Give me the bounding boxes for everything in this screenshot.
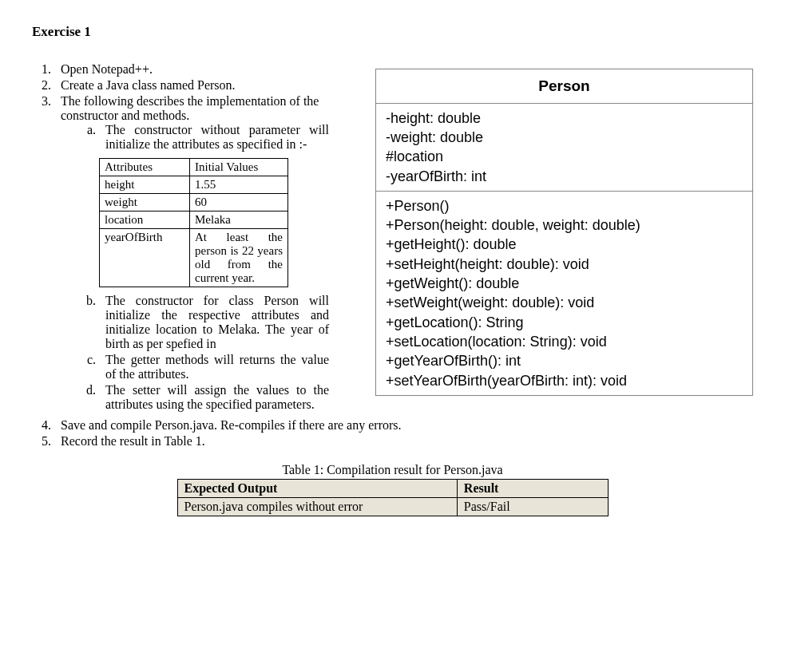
result-table-expected-cell: Person.java compiles without error	[177, 498, 457, 516]
table1-caption: Table 1: Compilation result for Person.j…	[177, 463, 609, 477]
result-table-header-expected: Expected Output	[177, 480, 457, 498]
step-4: Save and compile Person.java. Re-compile…	[54, 418, 753, 433]
uml-attribute: -weight: double	[386, 128, 743, 147]
step-1: Open Notepad++.	[54, 62, 359, 77]
step-2: Create a Java class named Person.	[54, 78, 359, 93]
attr-table-header-attributes: Attributes	[100, 159, 190, 176]
attributes-table: Attributes Initial Values height 1.55 we…	[99, 158, 288, 287]
step-3a: The constructor without parameter will i…	[99, 123, 329, 152]
uml-class-diagram: Person -height: double -weight: double #…	[375, 69, 753, 396]
step-3b: The constructor for class Person will in…	[99, 294, 329, 351]
uml-method: +getLocation(): String	[386, 313, 743, 332]
uml-method: +Person()	[386, 196, 743, 215]
substeps-list-cont: The constructor for class Person will in…	[61, 294, 359, 412]
uml-class-name: Person	[376, 69, 752, 104]
result-table: Expected Output Result Person.java compi…	[177, 479, 609, 516]
step-3d: The setter will assign the values to the…	[99, 383, 329, 412]
main-steps-list-cont: Save and compile Person.java. Re-compile…	[32, 418, 753, 449]
uml-method: +getWeight(): double	[386, 274, 743, 293]
table-row: Person.java compiles without error Pass/…	[177, 498, 608, 516]
table-row: location Melaka	[100, 211, 288, 229]
step-5: Record the result in Table 1.	[54, 434, 753, 449]
uml-attribute: #location	[386, 147, 743, 166]
uml-method: +setWeight(weight: double): void	[386, 293, 743, 312]
uml-method: +Person(height: double, weight: double)	[386, 215, 743, 235]
uml-methods-section: +Person() +Person(height: double, weight…	[376, 192, 752, 395]
main-steps-list: Open Notepad++. Create a Java class name…	[32, 62, 359, 412]
uml-attribute: -height: double	[386, 109, 743, 128]
table-row: yearOfBirth At least the person is 22 ye…	[100, 229, 288, 287]
uml-attribute: -yearOfBirth: int	[386, 167, 743, 186]
result-table-header-result: Result	[457, 480, 608, 498]
uml-method: +getHeight(): double	[386, 235, 743, 254]
uml-method: +getYearOfBirth(): int	[386, 351, 743, 370]
result-table-result-cell: Pass/Fail	[457, 498, 608, 516]
instructions-column: Open Notepad++. Create a Java class name…	[32, 62, 359, 413]
uml-column: Person -height: double -weight: double #…	[375, 69, 753, 396]
step-3-text: The following describes the implementati…	[61, 94, 319, 122]
table-row: height 1.55	[100, 176, 288, 194]
table-row: weight 60	[100, 194, 288, 211]
exercise-title: Exercise 1	[32, 24, 753, 40]
step-3: The following describes the implementati…	[54, 94, 359, 412]
uml-method: +setYearOfBirth(yearOfBirth: int): void	[386, 371, 743, 390]
uml-method: +setHeight(height: double): void	[386, 255, 743, 274]
uml-attributes-section: -height: double -weight: double #locatio…	[376, 104, 752, 192]
step-3c: The getter methods will returns the valu…	[99, 353, 329, 381]
attr-table-header-values: Initial Values	[190, 159, 288, 176]
substeps-list: The constructor without parameter will i…	[61, 123, 359, 152]
uml-method: +setLocation(location: String): void	[386, 332, 743, 351]
